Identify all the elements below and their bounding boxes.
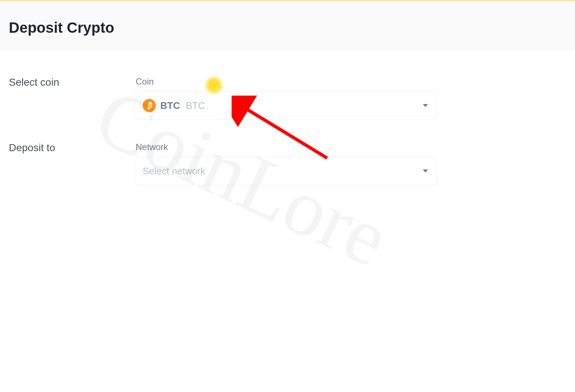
network-row: Deposit to Network Select network: [9, 142, 566, 185]
coin-dropdown[interactable]: ₿ BTC BTC: [136, 91, 437, 120]
network-field-label: Network: [136, 142, 437, 152]
network-dropdown[interactable]: Select network: [136, 157, 437, 185]
network-field-area: Network Select network: [136, 142, 437, 185]
deposit-to-label: Deposit to: [9, 142, 136, 185]
chevron-down-icon: [423, 104, 428, 107]
page-header: Deposit Crypto: [0, 0, 575, 51]
coin-name: BTC: [186, 100, 205, 111]
coin-field-area: Coin ₿ BTC BTC: [136, 76, 437, 120]
chevron-down-icon: [423, 170, 428, 172]
content-area: Select coin Coin ₿ BTC BTC Deposit to Ne…: [0, 51, 575, 216]
coin-dropdown-value: ₿ BTC BTC: [143, 99, 205, 112]
select-coin-label: Select coin: [9, 76, 136, 120]
coin-row: Select coin Coin ₿ BTC BTC: [9, 76, 566, 120]
coin-field-label: Coin: [136, 76, 437, 87]
coin-ticker: BTC: [160, 100, 180, 111]
bitcoin-icon: ₿: [143, 99, 156, 112]
network-dropdown-value: Select network: [143, 165, 206, 177]
network-placeholder: Select network: [143, 165, 206, 177]
page-title: Deposit Crypto: [9, 19, 566, 36]
